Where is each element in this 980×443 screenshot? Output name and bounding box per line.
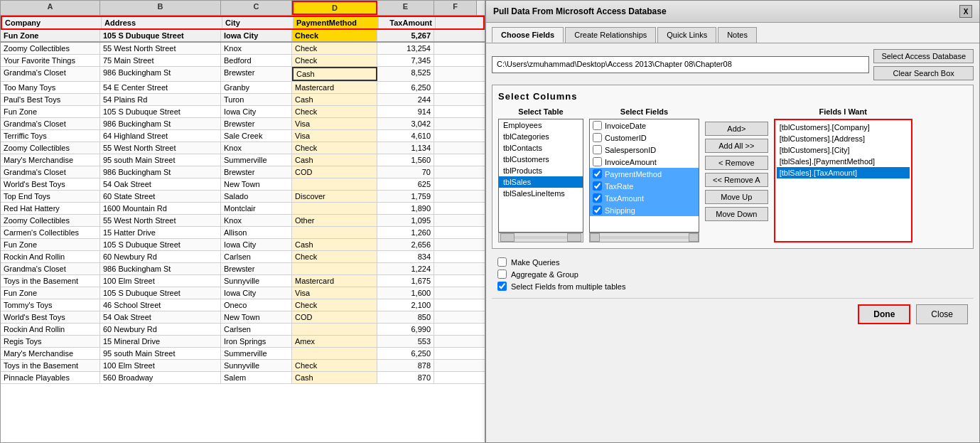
- tab-notes[interactable]: Notes: [718, 27, 757, 43]
- tab-create-relationships[interactable]: Create Relationships: [565, 27, 656, 43]
- cell-address: 15 Mineral Drive: [100, 336, 221, 347]
- close-icon[interactable]: X: [959, 5, 972, 18]
- table-row: Toys in the Basement 100 Elm Street Sunn…: [1, 275, 485, 287]
- field-shipping[interactable]: Shipping: [590, 204, 699, 216]
- cell-address: 560 Broadway: [100, 372, 221, 383]
- done-button[interactable]: Done: [858, 304, 910, 324]
- aggregate-checkbox[interactable]: [497, 269, 507, 279]
- tab-choose-fields[interactable]: Choose Fields: [492, 27, 564, 43]
- field-taxamount[interactable]: TaxAmount: [590, 192, 699, 204]
- table-row: Fun Zone 105 S Dubuque Street Iowa City …: [1, 287, 485, 299]
- column-headers: A B C D E F: [1, 1, 485, 16]
- col-header-b: B: [100, 1, 221, 15]
- cell-payment: Visa: [292, 130, 377, 142]
- remove-button[interactable]: < Remove: [705, 156, 768, 170]
- cell-address: 55 West North Street: [100, 142, 221, 154]
- middle-buttons: Add> Add All >> < Remove << Remove A Mov…: [705, 122, 768, 221]
- table-row: Zoomy Collectibles 55 West North Street …: [1, 43, 485, 55]
- cell-tax: 13,254: [377, 43, 434, 54]
- remove-all-button[interactable]: << Remove A: [705, 173, 768, 187]
- tab-quick-links[interactable]: Quick Links: [657, 27, 716, 43]
- cell-city: Salem: [221, 372, 292, 383]
- table-item-saleslineitems[interactable]: tblSalesLineItems: [499, 188, 583, 199]
- cell-company: Zoomy Collectibles: [1, 142, 100, 154]
- table-row: Grandma's Closet 986 Buckingham St Brews…: [1, 67, 485, 82]
- fields-listbox[interactable]: InvoiceDate CustomerID SalespersonID Inv…: [589, 119, 699, 233]
- cell-payment: Check: [292, 299, 377, 311]
- cell-address: 60 Newbury Rd: [100, 251, 221, 262]
- field-invoiceamount[interactable]: InvoiceAmount: [590, 156, 699, 168]
- cell-address: 986 Buckingham St: [100, 118, 221, 129]
- add-all-button[interactable]: Add All >>: [705, 139, 768, 153]
- move-down-button[interactable]: Move Down: [705, 207, 768, 221]
- wanted-field-address[interactable]: [tblCustomers].[Address]: [777, 133, 910, 144]
- cell-company: Zoomy Collectibles: [1, 215, 100, 226]
- make-queries-checkbox[interactable]: [497, 257, 507, 267]
- cell-tax: 70: [377, 166, 434, 178]
- cell-company: Toys in the Basement: [1, 275, 100, 287]
- table-row: Red Hat Hattery 1600 Mountain Rd Montcla…: [1, 203, 485, 215]
- cell-city: Bedford: [221, 55, 292, 66]
- cell-payment: Visa: [292, 118, 377, 129]
- spreadsheet-body: Company Address City PaymentMethod TaxAm…: [1, 16, 485, 384]
- table-item-employees[interactable]: Employees: [499, 119, 583, 131]
- header-city: City: [222, 17, 294, 28]
- cell-payment: Check: [292, 106, 377, 117]
- cell-address: 54 Plains Rd: [100, 94, 221, 105]
- close-button[interactable]: Close: [916, 304, 968, 324]
- table-item-contacts[interactable]: tblContacts: [499, 142, 583, 154]
- select-db-button[interactable]: Select Access Database: [873, 49, 974, 63]
- wanted-field-city[interactable]: [tblCustomers].[City]: [777, 144, 910, 156]
- cell-address: 105 S Dubuque Street: [100, 239, 221, 250]
- table-item-customers[interactable]: tblCustomers: [499, 154, 583, 165]
- dialog-title-bar: Pull Data From Microsoft Access Database…: [486, 1, 979, 23]
- table-row: Regis Toys 15 Mineral Drive Iron Springs…: [1, 336, 485, 348]
- add-button[interactable]: Add>: [705, 122, 768, 136]
- cell-company: Regis Toys: [1, 336, 100, 347]
- cell-company: Mary's Merchandise: [1, 154, 100, 166]
- cell-address: 105 S Dubuque Street: [100, 287, 221, 299]
- select-fields-section: Select Fields InvoiceDate CustomerID Sal…: [589, 107, 699, 242]
- cell-city: Brewster: [221, 67, 292, 81]
- db-path-box[interactable]: C:\Users\zmuhammad\Desktop\Access 2013\C…: [492, 56, 869, 73]
- field-salespersonid[interactable]: SalespersonID: [590, 144, 699, 156]
- cell-city: Brewster: [221, 118, 292, 129]
- cell-city: Knox: [221, 215, 292, 226]
- cell-payment: Visa: [292, 287, 377, 299]
- table-listbox[interactable]: Employees tblCategories tblContacts tblC…: [498, 119, 583, 233]
- table-item-products[interactable]: tblProducts: [499, 165, 583, 176]
- cell-tax: 1,224: [377, 263, 434, 274]
- cell-tax: 553: [377, 336, 434, 347]
- clear-search-button[interactable]: Clear Search Box: [873, 66, 974, 80]
- table-item-categories[interactable]: tblCategories: [499, 131, 583, 142]
- cell-tax: 914: [377, 106, 434, 117]
- table-row: World's Best Toys 54 Oak Street New Town…: [1, 311, 485, 324]
- table-row: Grandma's Closet 986 Buckingham St Brews…: [1, 263, 485, 275]
- select-multiple-checkbox[interactable]: [497, 282, 507, 291]
- cell-city: Montclair: [221, 203, 292, 214]
- access-dialog: Pull Data From Microsoft Access Database…: [485, 0, 980, 443]
- wanted-field-paymentmethod[interactable]: [tblSales].[PaymentMethod]: [777, 156, 910, 167]
- cell-company: Top End Toys: [1, 191, 100, 202]
- cell-address: 46 School Street: [100, 299, 221, 311]
- cell-address: 15 Hatter Drive: [100, 227, 221, 238]
- field-customerid[interactable]: CustomerID: [590, 132, 699, 144]
- table-row: Too Many Toys 54 E Center Street Granby …: [1, 82, 485, 94]
- cell-payment: Cash: [292, 239, 377, 250]
- wanted-field-company[interactable]: [tblCustomers].[Company]: [777, 122, 910, 133]
- table-row: Toys in the Basement 100 Elm Street Sunn…: [1, 360, 485, 372]
- field-paymentmethod[interactable]: PaymentMethod: [590, 168, 699, 180]
- move-up-button[interactable]: Move Up: [705, 190, 768, 204]
- field-taxrate[interactable]: TaxRate: [590, 180, 699, 192]
- table-row: Top End Toys 60 State Street Salado Disc…: [1, 191, 485, 203]
- table-item-sales[interactable]: tblSales: [499, 176, 583, 188]
- cell-address: 60 State Street: [100, 191, 221, 202]
- aggregate-label: Aggregate & Group: [511, 270, 578, 279]
- cell-city: Carlsen: [221, 251, 292, 262]
- field-invoicedate[interactable]: InvoiceDate: [590, 119, 699, 132]
- table-row: Terriffic Toys 64 Highland Street Sale C…: [1, 130, 485, 142]
- fields-i-want-listbox[interactable]: [tblCustomers].[Company] [tblCustomers].…: [774, 119, 912, 242]
- cell-company: Grandma's Closet: [1, 263, 100, 274]
- cell-payment: [292, 324, 377, 335]
- wanted-field-taxamount[interactable]: [tblSales].[TaxAmount]: [777, 167, 910, 178]
